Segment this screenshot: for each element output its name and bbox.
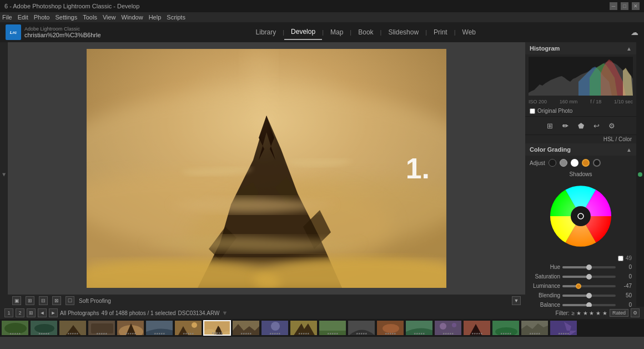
three-way-orange-dot[interactable] [582,159,590,167]
logo-text: Lrc [10,30,17,35]
main-photo: 1. [87,49,446,288]
color-wheel-svg[interactable] [547,183,614,250]
film-thumb-12[interactable]: ★★★★★ [319,320,346,336]
filmstrip-btn-1[interactable]: 1 [4,308,13,317]
svg-point-9 [571,206,591,226]
menu-bar: File Edit Photo Settings Tools View Wind… [0,12,644,22]
wheel-value: 49 [626,255,632,261]
film-thumb-18[interactable]: ★★★★★ [492,320,520,336]
film-thumb-16[interactable]: ★★★★★ [434,320,462,336]
center-area: 1. ▣ ⊞ ⊟ ⊠ ☐ Soft Proofing ▼ [8,42,525,307]
username: christian%20m%C3%B6hrle [24,32,101,38]
filmstrip-filename[interactable]: DSC03134.ARW [178,310,220,316]
original-photo-checkbox[interactable] [530,108,535,114]
three-way-mid-dot[interactable] [560,159,567,167]
filmstrip-grid-btn[interactable]: ⊞ [27,308,36,317]
nav-map[interactable]: Map [324,25,350,39]
maximize-button[interactable]: □ [621,2,628,10]
cloud-sync-icon[interactable]: ☁ [631,28,638,37]
balance-slider-track[interactable] [562,304,616,306]
color-grading-header[interactable]: Color Grading ▲ [525,143,636,156]
nav-slideshow[interactable]: Slideshow [381,25,425,39]
film-thumb-20[interactable]: ★★★★★ [550,320,577,336]
hist-focal: 160 mm [560,99,578,104]
hue-slider-track[interactable] [562,266,616,268]
hue-label: Hue [530,264,560,270]
menu-view[interactable]: View [103,14,116,21]
three-way-white-dot[interactable] [571,159,578,167]
histogram-header[interactable]: Histogram ▲ [525,42,636,54]
healing-tool-icon[interactable]: ⬟ [575,120,586,131]
window-controls: ─ □ ✕ [610,2,640,10]
menu-tools[interactable]: Tools [83,14,97,21]
filter-settings-btn[interactable]: ⚙ [631,308,640,317]
nav-develop[interactable]: Develop [284,24,322,40]
toolbar-expand[interactable]: ▼ [512,296,521,305]
blending-value: 50 [618,292,632,298]
film-thumb-11[interactable]: ★★★★★ [290,320,318,336]
film-thumb-6[interactable]: ★★★★★ [145,320,173,336]
toolbar-grid4[interactable]: ⊠ [52,296,61,305]
adjust-row: Adjust [525,156,636,170]
blending-slider-track[interactable] [562,295,616,297]
photo-container: 1. [87,49,446,288]
toolbar-grid3[interactable]: ⊟ [39,296,48,305]
film-thumb-10[interactable]: ★★★★★ [261,320,289,336]
app-info: Adobe Lightroom Classic christian%20m%C3… [24,26,101,38]
menu-settings[interactable]: Settings [55,14,77,21]
film-thumb-17[interactable]: ★★★★★ [463,320,491,336]
saturation-slider-track[interactable] [562,276,616,278]
minimize-button[interactable]: ─ [610,2,617,10]
settings-tool-icon[interactable]: ⚙ [606,120,617,131]
film-thumb-4[interactable]: ★★★★★ [88,320,115,336]
film-thumb-15[interactable]: ★★★★★ [405,320,433,336]
three-way-outline-dot[interactable] [593,159,601,167]
film-thumb-14[interactable]: ★★★★★ [376,320,404,336]
menu-file[interactable]: File [2,14,12,21]
close-button[interactable]: ✕ [632,2,640,10]
filmstrip-btn-2[interactable]: 2 [16,308,24,317]
wheel-checkbox[interactable] [618,256,623,261]
filmstrip-next-btn[interactable]: ► [49,308,58,317]
rated-badge[interactable]: Rated [610,309,628,317]
film-thumb-19[interactable]: ★★★★★ [521,320,549,336]
histogram-canvas [529,57,633,96]
menu-photo[interactable]: Photo [34,14,50,21]
filter-stars[interactable]: ≥ ★ ★ ★ ★ ★ [572,310,607,316]
left-panel-arrow: ◄ [1,172,7,177]
color-grading-title: Color Grading [530,146,571,153]
film-thumb-3[interactable]: ★★★★★ [59,320,87,336]
balance-value: 0 [618,302,632,307]
app-name: Adobe Lightroom Classic [24,26,101,32]
luminance-slider-track[interactable] [562,285,616,287]
saturation-value: 0 [618,273,632,280]
title-bar: 6 - Adobe Photoshop Lightroom Classic - … [0,0,644,12]
toolbar-grid1[interactable]: ▣ [12,296,21,305]
film-thumb-1[interactable]: ★★★★★ [1,320,29,336]
app-logo: Lrc [6,24,21,40]
film-thumb-5[interactable]: ★★★★★ [117,320,144,336]
crop-tool-icon[interactable]: ⊞ [544,120,555,131]
film-thumb-13[interactable]: ★★★★★ [348,320,375,336]
film-thumb-7[interactable]: ★★★★★ [174,320,202,336]
brush-tool-icon[interactable]: ✏ [560,120,571,131]
tool-icons-row: ⊞ ✏ ⬟ ↩ ⚙ [525,117,636,135]
menu-help[interactable]: Help [149,14,162,21]
three-way-dark-dot[interactable] [549,159,556,167]
left-panel-toggle[interactable]: ◄ [0,42,8,307]
soft-proofing-toggle[interactable]: ☐ [66,296,74,305]
toolbar-grid2[interactable]: ⊞ [26,296,34,305]
history-tool-icon[interactable]: ↩ [591,120,602,131]
original-photo-label: Original Photo [537,108,572,114]
menu-edit[interactable]: Edit [18,14,28,21]
film-thumb-8-selected[interactable]: ★★★★★ [203,320,231,336]
filmstrip-prev-btn[interactable]: ◄ [38,308,47,317]
nav-book[interactable]: Book [351,25,380,39]
nav-print[interactable]: Print [427,25,454,39]
nav-web[interactable]: Web [456,25,482,39]
film-thumb-9[interactable]: ★★★★★ [232,320,260,336]
menu-window[interactable]: Window [122,14,143,21]
menu-scripts[interactable]: Scripts [167,14,185,21]
nav-library[interactable]: Library [249,25,283,39]
film-thumb-2[interactable]: ★★★★★ [30,320,58,336]
